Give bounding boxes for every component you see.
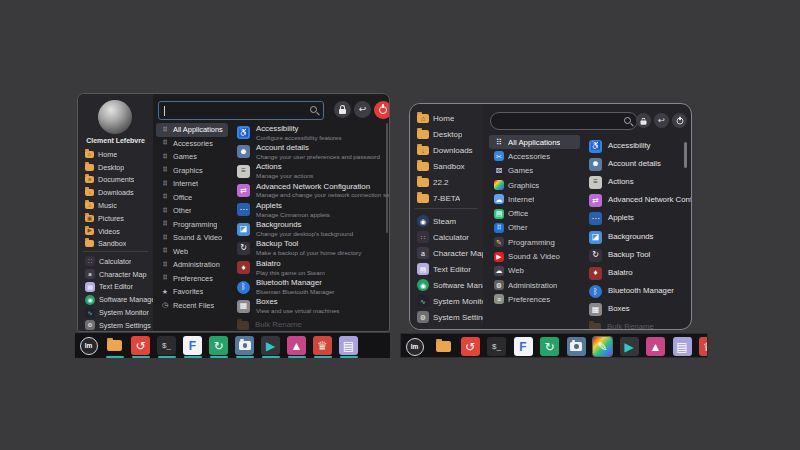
taskbar-sync-app-icon[interactable]: ↻	[209, 336, 228, 355]
category-preferences[interactable]: ⠿Preferences	[156, 272, 228, 286]
sidebar-place-7-beta[interactable]: 7-BETA	[410, 190, 483, 206]
search-input[interactable]	[158, 101, 324, 120]
sidebar-place-music[interactable]: ♪Music	[78, 199, 153, 212]
category-administration[interactable]: ⠿Administration	[156, 258, 228, 272]
app-item-accessibility[interactable]: ♿Accessibility	[583, 137, 685, 155]
sidebar-launcher-character-map[interactable]: aCharacter Map	[410, 245, 483, 261]
taskbar-red-swirl-app-icon[interactable]: ↺	[461, 337, 480, 356]
sidebar-launcher-system-monitor[interactable]: ∿System Monitor	[78, 306, 153, 319]
category-programming[interactable]: ✎Programming	[489, 235, 580, 249]
sidebar-launcher-steam[interactable]: ◉Steam	[410, 213, 483, 229]
sidebar-place-home[interactable]: ⌂Home	[410, 110, 483, 126]
category-programming[interactable]: ⠿Programming	[156, 218, 228, 232]
category-games[interactable]: ⚄Games	[489, 164, 580, 178]
search-input[interactable]	[490, 112, 638, 130]
sidebar-launcher-text-editor[interactable]: ▤Text Editor	[78, 281, 153, 294]
power-button[interactable]	[374, 101, 390, 119]
sidebar-launcher-system-monitor[interactable]: ∿System Monitor	[410, 293, 483, 309]
lock-button[interactable]	[334, 101, 351, 118]
taskbar-camera-icon[interactable]	[567, 337, 586, 356]
taskbar-paintbrush-icon[interactable]: ✎	[593, 337, 612, 356]
taskbar-paper-plane-icon[interactable]: ▶	[261, 336, 280, 355]
app-item-boxes[interactable]: ▦BoxesView and use virtual machines	[231, 297, 386, 316]
category-accessories[interactable]: ✂Accessories	[489, 149, 580, 163]
app-item-balatro[interactable]: ♦BalatroPlay this game on Steam	[231, 258, 386, 277]
app-item-account-details[interactable]: ☻Account detailsChange your user prefere…	[231, 142, 386, 161]
taskbar-flathub-icon[interactable]: F	[183, 336, 202, 355]
category-favorites[interactable]: ★Favorites	[156, 285, 228, 299]
sidebar-place-pictures[interactable]: ▣Pictures	[78, 212, 153, 225]
app-item-actions[interactable]: ≡ActionsManage your actions	[231, 162, 386, 181]
taskbar-text-document-icon[interactable]: ▤	[339, 336, 358, 355]
sidebar-launcher-software-manager[interactable]: ◉Software Manager	[410, 277, 483, 293]
power-button[interactable]	[672, 113, 687, 128]
category-sound-video[interactable]: ▶Sound & Video	[489, 249, 580, 263]
sidebar-place-documents[interactable]: ≡Documents	[78, 174, 153, 187]
taskbar-sync-app-icon[interactable]: ↻	[540, 337, 559, 356]
sidebar-place-22-2[interactable]: 22.2	[410, 174, 483, 190]
app-item-backgrounds[interactable]: ◪Backgrounds	[583, 228, 685, 246]
sidebar-launcher-calculator[interactable]: ∷Calculator	[78, 255, 153, 268]
category-other[interactable]: ⠿Other	[156, 204, 228, 218]
taskbar-card-game-icon[interactable]: ♛	[313, 336, 332, 355]
category-other[interactable]: ⠿Other	[489, 221, 580, 235]
app-item-advanced-network-configuration[interactable]: ⇄Advanced Network ConfigurationManage an…	[231, 181, 386, 200]
sidebar-launcher-software-manager[interactable]: ◉Software Manager	[78, 293, 153, 306]
category-accessories[interactable]: ⠿Accessories	[156, 137, 228, 151]
taskbar-camera-icon[interactable]	[235, 336, 254, 355]
app-item-balatro[interactable]: ♦Balatro	[583, 264, 685, 282]
sidebar-launcher-character-map[interactable]: aCharacter Map	[78, 268, 153, 281]
sidebar-place-sandbox[interactable]: Sandbox	[410, 158, 483, 174]
sidebar-place-downloads[interactable]: ↓Downloads	[78, 186, 153, 199]
scrollbar[interactable]	[684, 142, 687, 168]
category-graphics[interactable]: Graphics	[489, 178, 580, 192]
taskbar-red-swirl-app-icon[interactable]: ↺	[131, 336, 150, 355]
lock-button[interactable]	[636, 113, 651, 128]
category-office[interactable]: ⠿Office	[156, 191, 228, 205]
category-all-applications[interactable]: ⠿All Applications	[489, 135, 580, 149]
taskbar-terminal-icon[interactable]: $_	[157, 336, 176, 355]
sidebar-place-home[interactable]: ⌂Home	[78, 148, 153, 161]
category-all-applications[interactable]: ⠿All Applications	[156, 123, 228, 137]
logout-button[interactable]: ↩	[354, 101, 371, 118]
scrollbar[interactable]	[386, 123, 388, 233]
taskbar-card-game-icon[interactable]: ♛	[699, 337, 708, 356]
app-item-backup-tool[interactable]: ↻Backup ToolMake a backup of your home d…	[231, 239, 386, 258]
app-item-advanced-network-configuration[interactable]: ⇄Advanced Network Configuration	[583, 192, 685, 210]
app-item-accessibility[interactable]: ♿AccessibilityConfigure accessibility fe…	[231, 123, 386, 142]
taskbar-photos-icon[interactable]: ▲	[646, 337, 665, 356]
taskbar-file-manager-icon[interactable]	[105, 336, 124, 355]
sidebar-launcher-system-settings[interactable]: ⚙System Settings	[410, 309, 483, 325]
app-item-boxes[interactable]: ▦Boxes	[583, 301, 685, 319]
category-internet[interactable]: ⠿Internet	[156, 177, 228, 191]
sidebar-place-downloads[interactable]: ↓Downloads	[410, 142, 483, 158]
sidebar-launcher-system-settings[interactable]: ⚙System Settings	[78, 319, 153, 332]
sidebar-place-sandbox[interactable]: Sandbox	[78, 238, 153, 251]
app-item-partial[interactable]: Bulk Rename	[583, 319, 685, 330]
user-avatar[interactable]	[98, 100, 132, 134]
category-internet[interactable]: ☁Internet	[489, 192, 580, 206]
logout-button[interactable]: ↩	[654, 113, 669, 128]
app-item-backgrounds[interactable]: ◪BackgroundsChange your desktop's backgr…	[231, 219, 386, 238]
taskbar-terminal-icon[interactable]: $_	[487, 337, 506, 356]
app-item-partial[interactable]: Bulk Rename	[231, 316, 386, 332]
sidebar-place-desktop[interactable]: Desktop	[78, 161, 153, 174]
category-recent-files[interactable]: ◷Recent Files	[156, 299, 228, 313]
taskbar-paper-plane-icon[interactable]: ▶	[620, 337, 639, 356]
taskbar-text-document-icon[interactable]: ▤	[673, 337, 692, 356]
app-item-applets[interactable]: ⋯Applets	[583, 210, 685, 228]
mint-menu-button[interactable]: lm	[79, 336, 98, 355]
sidebar-launcher-calculator[interactable]: ∷Calculator	[410, 229, 483, 245]
category-preferences[interactable]: ≡Preferences	[489, 292, 580, 306]
category-graphics[interactable]: ⠿Graphics	[156, 164, 228, 178]
app-item-applets[interactable]: ⋯AppletsManage Cinnamon applets	[231, 200, 386, 219]
sidebar-place-desktop[interactable]: Desktop	[410, 126, 483, 142]
app-item-bluetooth-manager[interactable]: ᛒBluetooth Manager	[583, 283, 685, 301]
sidebar-launcher-text-editor[interactable]: ▤Text Editor	[410, 261, 483, 277]
category-sound-video[interactable]: ⠿Sound & Video	[156, 231, 228, 245]
taskbar-photos-icon[interactable]: ▲	[287, 336, 306, 355]
sidebar-place-videos[interactable]: ▶Videos	[78, 225, 153, 238]
category-games[interactable]: ⠿Games	[156, 150, 228, 164]
app-item-actions[interactable]: ≡Actions	[583, 173, 685, 191]
category-web[interactable]: ☁Web	[489, 264, 580, 278]
